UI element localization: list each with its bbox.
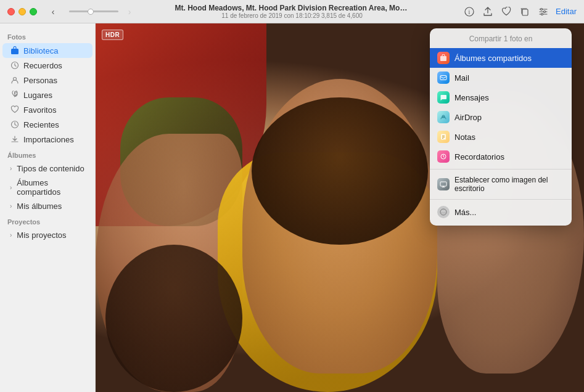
svg-text:i: i	[469, 9, 471, 15]
forward-button: ›	[123, 6, 136, 18]
sidebar-label-mis-albums: Mis álbumes	[17, 202, 62, 211]
share-item-recordatorios[interactable]: Recordatorios	[430, 147, 572, 166]
sidebar-item-importaciones[interactable]: Importaciones	[2, 132, 93, 147]
sidebar-item-lugares[interactable]: Lugares	[2, 88, 93, 102]
titlebar: ‹ › Mt. Hood Meadows, Mt. Hood Park Divi…	[0, 0, 584, 23]
svg-point-9	[14, 92, 15, 94]
hdr-badge: HDR	[102, 30, 123, 40]
recuerdos-icon	[10, 60, 20, 70]
share-label-escritorio: Establecer como imagen del escritorio	[454, 176, 564, 193]
share-icon[interactable]	[482, 6, 494, 18]
minimize-button[interactable]	[19, 8, 26, 15]
info-icon[interactable]: i	[463, 6, 475, 18]
mail-icon	[437, 71, 450, 84]
share-item-mensajes[interactable]: Mensajes	[430, 88, 572, 107]
svg-text:···: ···	[441, 210, 446, 216]
albumes-icon	[437, 52, 450, 64]
sidebar: Fotos Biblioteca Recuerdos	[0, 23, 96, 392]
svg-rect-12	[440, 76, 446, 80]
photo-title: Mt. Hood Meadows, Mt. Hood Park Division…	[175, 4, 409, 12]
chevron-compartidos-icon: ›	[10, 184, 12, 191]
notas-icon	[437, 131, 450, 143]
nav-buttons: ‹ ›	[47, 6, 136, 18]
lugares-icon	[10, 90, 20, 100]
photo-element-hair-left	[105, 245, 242, 392]
photo-area: HDR Compartir 1 foto en Álbumes comparti…	[96, 23, 584, 392]
escritorio-icon	[437, 178, 450, 190]
favorite-icon[interactable]	[500, 6, 512, 18]
svg-rect-16	[440, 182, 446, 186]
share-popup-title: Compartir 1 foto en	[430, 32, 572, 48]
traffic-lights	[7, 8, 37, 15]
share-label-mail: Mail	[454, 73, 469, 83]
sidebar-label-importaciones: Importaciones	[23, 135, 74, 144]
titlebar-title: Mt. Hood Meadows, Mt. Hood Park Division…	[175, 4, 409, 19]
back-button[interactable]: ‹	[47, 6, 59, 18]
sidebar-label-compartidos: Álbumes compartidos	[17, 178, 85, 197]
sidebar-label-mis-proyectos: Mis proyectos	[17, 231, 66, 240]
sidebar-label-favoritos: Favoritos	[23, 105, 56, 115]
sidebar-label-lugares: Lugares	[23, 91, 52, 100]
share-separator	[430, 169, 572, 169]
sidebar-item-mis-albums[interactable]: › Mis álbumes	[2, 199, 93, 213]
biblioteca-icon	[10, 46, 20, 55]
share-label-mensajes: Mensajes	[454, 93, 489, 102]
recordatorios-icon	[437, 150, 450, 163]
sidebar-item-compartidos[interactable]: › Álbumes compartidos	[2, 176, 93, 199]
photo-subtitle: 11 de febrero de 2019 con 18:10:29 3,815…	[175, 12, 409, 19]
share-label-recordatorios: Recordatorios	[454, 152, 504, 161]
svg-point-5	[541, 13, 543, 15]
svg-rect-11	[440, 56, 446, 61]
main-content: Fotos Biblioteca Recuerdos	[0, 23, 584, 392]
sidebar-label-tipos: Tipos de contenido	[17, 164, 84, 173]
svg-rect-2	[522, 9, 528, 15]
close-button[interactable]	[7, 8, 15, 15]
share-item-airdrop[interactable]: AirDrop	[430, 107, 572, 127]
sidebar-item-biblioteca[interactable]: Biblioteca	[2, 43, 93, 58]
share-label-albumes: Álbumes compartidos	[454, 54, 532, 63]
chevron-tipos-icon: ›	[10, 165, 12, 172]
share-separator-2	[430, 199, 572, 200]
photo-element-hair-center	[252, 97, 427, 245]
sidebar-section-albums: Álbumes	[0, 147, 95, 161]
airdrop-icon	[437, 111, 450, 123]
sidebar-item-recientes[interactable]: Recientes	[2, 117, 93, 132]
share-popup: Compartir 1 foto en Álbumes compartidos	[430, 28, 572, 226]
edit-button[interactable]: Editar	[556, 7, 577, 16]
share-label-airdrop: AirDrop	[454, 113, 482, 122]
share-item-mas[interactable]: ··· Más...	[430, 202, 572, 222]
maximize-button[interactable]	[30, 8, 37, 15]
recientes-icon	[10, 120, 20, 129]
sidebar-label-recuerdos: Recuerdos	[23, 61, 62, 70]
sidebar-item-favoritos[interactable]: Favoritos	[2, 102, 93, 117]
share-item-albumes-compartidos[interactable]: Álbumes compartidos	[430, 48, 572, 68]
sidebar-item-tipos[interactable]: › Tipos de contenido	[2, 161, 93, 176]
chevron-proyectos-icon: ›	[10, 232, 12, 239]
sidebar-label-recientes: Recientes	[23, 120, 59, 129]
share-label-mas: Más...	[454, 208, 476, 217]
sidebar-label-biblioteca: Biblioteca	[23, 46, 58, 55]
sidebar-section-proyectos: Proyectos	[0, 213, 95, 228]
importaciones-icon	[10, 134, 20, 144]
share-item-mail[interactable]: Mail	[430, 68, 572, 88]
share-label-notas: Notas	[454, 133, 475, 142]
personas-icon	[10, 75, 20, 85]
svg-rect-6	[11, 49, 19, 54]
sidebar-section-fotos: Fotos	[0, 28, 95, 43]
sidebar-item-personas[interactable]: Personas	[2, 73, 93, 88]
sidebar-item-mis-proyectos[interactable]: › Mis proyectos	[2, 228, 93, 242]
adjust-icon[interactable]	[537, 6, 549, 18]
favoritos-icon	[10, 105, 20, 115]
mas-icon: ···	[437, 206, 450, 218]
sidebar-item-recuerdos[interactable]: Recuerdos	[2, 58, 93, 73]
sidebar-label-personas: Personas	[23, 76, 57, 85]
svg-point-4	[544, 10, 546, 12]
toolbar-actions: i	[463, 6, 577, 18]
zoom-slider[interactable]	[69, 6, 118, 18]
share-item-escritorio[interactable]: Establecer como imagen del escritorio	[430, 172, 572, 197]
messages-icon	[437, 91, 450, 104]
duplicate-icon[interactable]	[519, 6, 531, 18]
chevron-mis-albums-icon: ›	[10, 203, 12, 210]
svg-point-3	[541, 8, 543, 10]
share-item-notas[interactable]: Notas	[430, 127, 572, 147]
